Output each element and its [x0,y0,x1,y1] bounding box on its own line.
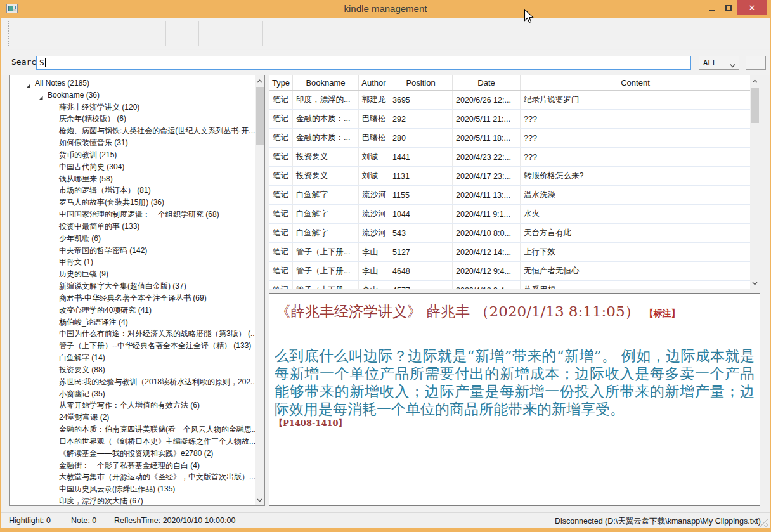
table-header: TypeBooknameAuthorPositionDateContent [269,75,750,91]
tree-item[interactable]: 商君书-中华经典名著全本全注全译丛书 (69) [10,292,255,304]
tree-item[interactable]: 罗马人的故事(套装共15册) (36) [10,197,255,209]
tree-item[interactable]: 市场的逻辑（增订本） (81) [10,185,255,197]
minimize-button[interactable] [704,0,720,15]
tree-item[interactable]: 管子（上下册）--中华经典名著全本全注全译（精） (133) [10,340,255,352]
table-row[interactable]: 笔记管子（上下册...李山45772020/4/12 9:4...莫受思想 [269,281,750,289]
tree-item-label: 罗马人的故事(套装共15册) (36) [59,198,164,207]
tree-expand-arrow-icon[interactable] [38,93,44,101]
cell-bookname: 管子（上下册... [293,243,359,261]
tree-item-label: 印度，漂浮的次大陆 (67) [59,496,143,505]
tree-expand-arrow-icon[interactable] [25,81,31,89]
cell-date: 2020/4/10 8:0... [453,224,521,242]
note-detail-title: 《薛兆丰经济学讲义》 薛兆丰 （2020/1/13 8:11:05）【标注】 [276,302,680,321]
tree-scrollbar-thumb[interactable] [256,87,264,145]
cell-position: 1155 [389,186,453,204]
resize-grip[interactable] [760,519,768,527]
tree-item-label: 投资中最简单的事 (133) [59,222,139,231]
table-row[interactable]: 笔记投资要义刘诚14412020/4/23 22:...??? [269,148,750,167]
tree-item[interactable]: 甲骨文 (1) [10,256,255,268]
filter-dropdown[interactable]: ALL [699,56,739,70]
sort-indicator-icon[interactable] [278,75,284,87]
tree-item[interactable]: 中国为什么有前途：对外经济关系的战略潜能（第3版） (... [10,328,255,340]
cell-author: 郭建龙 [359,91,389,109]
tree-item[interactable]: 小窗幽记 (35) [10,388,255,400]
table-row[interactable]: 笔记管子（上下册...李山51272020/4/12 14:...上行下效 [269,243,750,262]
tree-item[interactable]: 《解读基金——我的投资观和实践》e2780 (2) [10,448,255,460]
tree-item[interactable]: 金融的本质：伯南克四讲美联储(看一个风云人物的金融思... [10,424,255,436]
titlebar[interactable]: kindle management ✕ [0,0,771,18]
table-scrollbar-thumb[interactable] [751,88,759,123]
tree-item[interactable]: 从零开始学写作：个人增值的有效方法 (6) [10,399,255,412]
table-row[interactable]: 笔记管子（上下册...李山46482020/4/12 9:4...无恒产者无恒心 [269,262,750,281]
tree-item[interactable]: 如何假装懂音乐 (31) [10,137,255,149]
tree-item[interactable]: 薛兆丰经济学讲义 (120) [10,101,255,114]
cell-type: 笔记 [269,110,293,128]
tree-item[interactable]: 少年凯歌 (6) [10,233,255,245]
table-row[interactable]: 笔记白鱼解字流沙河5432020/4/10 8:0...天台方言有此 [269,224,750,243]
tree-item[interactable]: 庆余年(精校版） (6) [10,113,255,125]
tree-item[interactable]: Bookname (36) [10,89,255,101]
status-highlight-count: Hightlight: 0 [9,516,51,525]
tree-item-label: 从零开始学写作：个人增值的有效方法 (6) [59,401,200,410]
cell-date: 2020/4/17 23:... [453,167,521,185]
scroll-up-icon[interactable] [255,75,264,86]
tree-item[interactable]: 历史的巨镜 (9) [10,268,255,280]
table-row[interactable]: 笔记金融的本质：...巴曙松2802020/5/11 18:...??? [269,129,750,148]
tree-item[interactable]: 货币的教训 (215) [10,149,255,161]
table-row[interactable]: 笔记金融的本质：...巴曙松2922020/5/11 21:...??? [269,110,750,129]
note-source: 《薛兆丰经济学讲义》 薛兆丰 （2020/1/13 8:11:05） [276,303,640,320]
maximize-button[interactable] [720,0,737,15]
search-action-button[interactable] [746,56,766,70]
column-header-author[interactable]: Author [359,75,389,90]
toolbar-grip[interactable] [8,21,10,46]
table-row[interactable]: 笔记白鱼解字流沙河10442020/4/11 9:1...水火 [269,205,750,224]
table-scrollbar[interactable] [750,75,760,289]
column-header-date[interactable]: Date [453,75,521,90]
tree-item[interactable]: 印度，漂浮的次大陆 (67) [10,495,255,506]
tree-item[interactable]: 钱从哪里来 (58) [10,173,255,185]
tree-item[interactable]: 24堂财富课 (2) [10,412,255,424]
cell-date: 2020/4/11 13:... [453,186,521,204]
scroll-down-icon[interactable] [255,495,264,505]
cell-position: 1044 [389,205,453,223]
tree-item[interactable]: 中国古代简史 (304) [10,161,255,173]
tree-item[interactable]: 中国国家治理的制度逻辑：一个组织学研究 (68) [10,209,255,221]
table-row[interactable]: 笔记白鱼解字流沙河11552020/4/11 13:...温水洗澡 [269,186,750,205]
maximize-icon [725,5,732,11]
close-button[interactable]: ✕ [737,0,767,15]
table-row[interactable]: 笔记印度，漂浮的...郭建龙36952020/6/26 12:...纪录片说婆罗… [269,91,750,110]
scroll-up-icon[interactable] [750,75,760,86]
scroll-down-icon[interactable] [750,278,760,289]
column-header-content[interactable]: Content [521,75,750,90]
tree-item[interactable]: 日本的世界观（《剑桥日本史》主编凝练之作三个人物故... [10,436,255,448]
tree-item[interactable]: 金融街：一个影子私募基金经理的自白 (4) [10,460,255,472]
tree-item[interactable]: 白鱼解字 (14) [10,352,255,364]
cell-type: 笔记 [269,167,293,185]
tree-item[interactable]: 大教堂与集市（开源运动的《圣经》，中文版首次出版）... [10,471,255,483]
tree-item[interactable]: 枪炮、病菌与钢铁:人类社会的命运(世纪人文系列丛书·开... [10,125,255,137]
search-input[interactable]: S [36,56,691,70]
cell-position: 1441 [389,148,453,166]
column-header-position[interactable]: Position [389,75,453,90]
cell-type: 笔记 [269,281,293,289]
table-row[interactable]: 笔记投资要义刘诚11312020/4/17 23:...转股价格怎么来? [269,167,750,186]
tree-item[interactable]: 杨伯峻_论语译注 (4) [10,316,255,328]
tree-item[interactable]: 改变心理学的40项研究 (41) [10,304,255,316]
column-header-bookname[interactable]: Bookname [293,75,359,90]
cell-author: 李山 [359,243,389,261]
cell-bookname: 投资要义 [293,167,359,185]
tree-scrollbar[interactable] [255,75,264,505]
tree-item[interactable]: 投资中最简单的事 (133) [10,221,255,233]
cell-content: 上行下效 [521,243,750,261]
tree-item[interactable]: 中国历史风云录(陈舜臣作品) (135) [10,483,255,495]
tree-item[interactable]: All Notes (2185) [10,77,255,89]
tree-item[interactable]: 苏世民:我的经验与教训（2018读桥水达利欧的原则，202... [10,376,255,388]
tree-item-label: 管子（上下册）--中华经典名著全本全注全译（精） (133) [59,341,251,350]
tree-item[interactable]: 中央帝国的哲学密码 (142) [10,245,255,257]
toolbar-separator [165,21,166,46]
cell-content: 莫受思想 [521,281,750,289]
tree-item[interactable]: 投资要义 (88) [10,364,255,376]
tree-item[interactable]: 新编说文解字大全集(超值白金版) (37) [10,280,255,292]
cell-position: 1131 [389,167,453,185]
search-input-value: S [39,58,44,67]
